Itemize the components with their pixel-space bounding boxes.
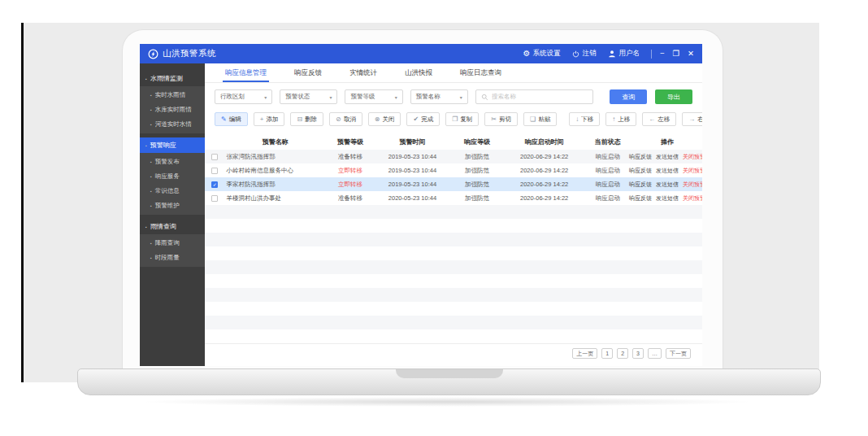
query-button[interactable]: 查询 xyxy=(610,89,647,104)
sidebar-item-realtime-water-rain[interactable]: ▪实时水雨情 xyxy=(140,88,205,102)
tab-response-info-manage[interactable]: 响应信息管理 xyxy=(211,63,280,82)
move-up-button[interactable]: ↑上移 xyxy=(605,112,636,126)
sidebar-group-rain-query[interactable]: ▪ 雨情查询 xyxy=(140,219,205,234)
pagination: 上一页 1 2 3 … 下一页 xyxy=(205,343,702,363)
sidebar-item-warning-publish[interactable]: ▪预警发布 xyxy=(140,155,205,169)
table-body: 张家湾防汛指挥部 准备转移 2019-05-23 10:44 加强防范 2020… xyxy=(205,150,702,343)
close-warning-link[interactable]: 关闭预警 xyxy=(683,181,702,189)
move-down-icon: ↓ xyxy=(575,116,579,123)
add-icon: + xyxy=(260,116,264,123)
main-panel: 响应信息管理 响应反馈 灾情统计 山洪快报 响应日志查询 行政区划▾ 预警状态▾… xyxy=(205,63,702,366)
bullet-icon: ▪ xyxy=(145,225,147,229)
system-settings-button[interactable]: ⚙ 系统设置 xyxy=(523,49,560,59)
response-feedback-link[interactable]: 响应反馈 xyxy=(629,153,652,161)
sidebar-item-rainfall-query[interactable]: ▪降雨查询 xyxy=(140,236,205,251)
chevron-down-icon: ▾ xyxy=(395,94,397,100)
table-row[interactable]: 小岭村岭南信息服务中心 立即转移 2019-05-23 10:44 加强防范 2… xyxy=(205,164,702,177)
next-page-button[interactable]: 下一页 xyxy=(666,348,691,359)
close-item-button[interactable]: ⊗关闭 xyxy=(368,112,401,126)
done-button[interactable]: ✔完成 xyxy=(406,112,440,126)
cut-button[interactable]: ✂剪切 xyxy=(484,112,518,126)
delete-button[interactable]: ⊟删除 xyxy=(290,112,323,126)
bullet-icon: ▪ xyxy=(150,122,152,127)
table-row[interactable]: 张家湾防汛指挥部 准备转移 2019-05-23 10:44 加强防范 2020… xyxy=(205,150,702,164)
row-checkbox[interactable] xyxy=(211,154,218,160)
sidebar-item-period-rainfall[interactable]: ▪时段雨量 xyxy=(140,251,205,265)
tab-disaster-stats[interactable]: 灾情统计 xyxy=(336,63,391,82)
bullet-icon: ▪ xyxy=(145,76,147,81)
prev-page-button[interactable]: 上一页 xyxy=(572,348,597,359)
row-checkbox[interactable] xyxy=(211,195,218,202)
row-checkbox[interactable] xyxy=(211,168,218,174)
sidebar-item-knowledge-info[interactable]: ▪常识信息 xyxy=(140,184,205,198)
delete-icon: ⊟ xyxy=(297,116,302,123)
response-feedback-link[interactable]: 响应反馈 xyxy=(629,167,652,175)
sidebar-group-water-rain-monitor[interactable]: ▪ 水雨情监测 xyxy=(140,71,205,86)
laptop-notch xyxy=(396,369,503,378)
sidebar-item-river-realtime[interactable]: ▪河道实时水情 xyxy=(140,117,205,132)
filter-district-select[interactable]: 行政区划▾ xyxy=(215,89,272,104)
tab-flood-bulletin[interactable]: 山洪快报 xyxy=(391,63,446,82)
logout-button[interactable]: 注销 xyxy=(572,49,596,59)
page-button-1[interactable]: 1 xyxy=(601,348,613,359)
sidebar-item-reservoir-realtime[interactable]: ▪水库实时雨情 xyxy=(140,102,205,117)
edit-icon: ✎ xyxy=(221,116,227,123)
filter-warning-level-select[interactable]: 预警等级▾ xyxy=(345,89,402,104)
search-input[interactable]: 搜索名称 xyxy=(475,89,594,104)
col-response-level: 响应等级 xyxy=(449,137,506,146)
move-down-button[interactable]: ↓下移 xyxy=(569,112,600,126)
col-current-status: 当前状态 xyxy=(583,137,632,146)
app-logo-icon xyxy=(148,49,158,59)
cancel-button[interactable]: ⊘取消 xyxy=(329,112,362,126)
close-button[interactable]: ✕ xyxy=(688,50,694,58)
bullet-icon: ▪ xyxy=(150,159,152,164)
filter-warning-name-select[interactable]: 预警名称▾ xyxy=(410,89,468,104)
move-right-button[interactable]: →右移 xyxy=(682,112,702,126)
sidebar-group-warning-response[interactable]: ▪ 预警响应 xyxy=(140,137,205,153)
response-feedback-link[interactable]: 响应反馈 xyxy=(629,194,652,203)
copy-button[interactable]: ❐复制 xyxy=(445,112,479,126)
laptop-base xyxy=(77,368,821,395)
sidebar: ▪ 水雨情监测 ▪实时水雨情 ▪水库实时雨情 ▪河道实时水情 ▪ 预警响应 ▪预… xyxy=(140,63,205,366)
paste-button[interactable]: ❏粘贴 xyxy=(523,112,557,126)
filter-warning-status-select[interactable]: 预警状态▾ xyxy=(280,89,337,104)
add-button[interactable]: +添加 xyxy=(254,112,285,126)
send-sms-link[interactable]: 发送短信 xyxy=(656,194,679,203)
empty-row xyxy=(205,205,702,219)
send-sms-link[interactable]: 发送短信 xyxy=(656,167,679,175)
toolbar: ✎编辑 +添加 ⊟删除 ⊘取消 ⊗关闭 ✔完成 ❐复制 ✂剪切 ❏粘贴 ↓下移 … xyxy=(205,107,702,129)
warning-table: 预警名称 预警等级 预警时间 响应等级 响应启动时间 当前状态 操作 张家湾防汛… xyxy=(205,133,702,366)
user-menu[interactable]: 用户名 xyxy=(608,49,640,59)
laptop-shadow xyxy=(138,397,756,407)
close-warning-link[interactable]: 关闭预警 xyxy=(683,194,702,203)
chevron-down-icon: ▾ xyxy=(264,94,267,100)
sidebar-item-response-service[interactable]: ▪响应服务 xyxy=(140,169,205,184)
empty-row xyxy=(205,316,702,329)
close-warning-link[interactable]: 关闭预警 xyxy=(683,153,702,161)
send-sms-link[interactable]: 发送短信 xyxy=(656,153,679,161)
bullet-icon: ▪ xyxy=(150,93,152,98)
edit-button[interactable]: ✎编辑 xyxy=(215,112,248,126)
tab-response-feedback[interactable]: 响应反馈 xyxy=(280,63,336,82)
bullet-icon: ▪ xyxy=(150,203,152,208)
close-warning-link[interactable]: 关闭预警 xyxy=(683,167,702,175)
export-button[interactable]: 导出 xyxy=(655,89,692,104)
table-row[interactable]: ✓ 李家村防汛指挥部 立即转移 2019-05-23 10:44 加强防范 20… xyxy=(205,177,702,191)
minimize-button[interactable]: − xyxy=(660,50,665,58)
row-checkbox[interactable]: ✓ xyxy=(211,181,218,188)
response-feedback-link[interactable]: 响应反馈 xyxy=(629,181,652,189)
sidebar-item-warning-maintain[interactable]: ▪预警维护 xyxy=(140,198,205,213)
table-row[interactable]: 羊楼洞村山洪办事处 准备转移 2020-05-23 10:44 加强防范 202… xyxy=(205,191,702,205)
tab-response-log-query[interactable]: 响应日志查询 xyxy=(446,63,515,82)
empty-row xyxy=(205,288,702,302)
send-sms-link[interactable]: 发送短信 xyxy=(656,181,679,189)
move-left-button[interactable]: ←左移 xyxy=(642,112,676,126)
done-icon: ✔ xyxy=(413,116,419,123)
maximize-button[interactable]: ❐ xyxy=(673,50,680,58)
bullet-icon: ▪ xyxy=(150,241,152,246)
bullet-icon: ▪ xyxy=(150,255,152,260)
page-ellipsis[interactable]: … xyxy=(648,348,662,359)
page-button-2[interactable]: 2 xyxy=(617,348,628,359)
empty-row xyxy=(205,233,702,246)
page-button-3[interactable]: 3 xyxy=(632,348,644,359)
